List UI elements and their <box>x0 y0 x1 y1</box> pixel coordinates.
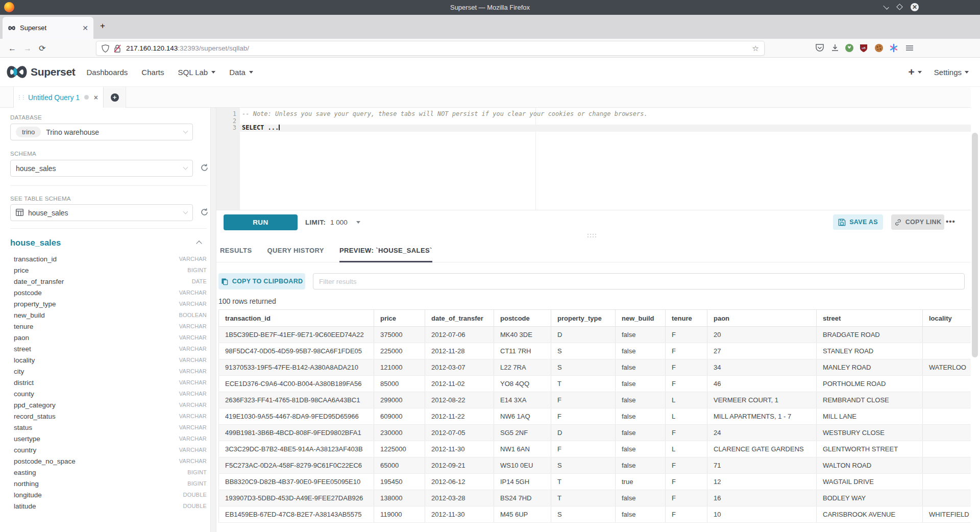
forward-icon[interactable]: → <box>23 39 32 58</box>
column-header[interactable]: paon <box>707 310 817 327</box>
table-row[interactable]: EB1459EB-67ED-47C8-B2E7-A38143AB55751190… <box>219 506 971 523</box>
url-field[interactable]: 217.160.120.143:32393/superset/sqllab/ ☆ <box>96 41 765 56</box>
reload-icon[interactable]: ⟳ <box>39 39 45 58</box>
star-icon[interactable]: ☆ <box>752 44 759 53</box>
superset-logo[interactable]: Superset <box>5 64 75 80</box>
table-column-row[interactable]: easting BIGINT <box>14 467 207 478</box>
sql-editor[interactable]: 1 2 3 -- Note: Unless you save your quer… <box>216 108 971 210</box>
table-row[interactable]: 193907D3-5DBD-453D-A49E-9FEE27DAB9261380… <box>219 490 971 506</box>
nav-item[interactable]: Dashboards <box>86 68 128 77</box>
privacy-badge-icon[interactable] <box>845 43 855 54</box>
back-icon[interactable]: ← <box>8 39 16 58</box>
table-select[interactable]: house_sales <box>10 204 193 221</box>
table-column-row[interactable]: property_type VARCHAR <box>14 298 207 309</box>
maximize-icon[interactable] <box>896 4 903 10</box>
shield-icon[interactable] <box>102 44 110 53</box>
results-tab[interactable]: RESULTS <box>220 247 252 262</box>
table-column-row[interactable]: new_build BOOLEAN <box>14 309 207 321</box>
table-row[interactable]: BB8320C9-D82B-4B37-90E0-9FEE05095E101954… <box>219 474 971 490</box>
page-scrollbar[interactable] <box>972 133 978 357</box>
table-row[interactable]: ECE1D376-C9A6-4C00-B004-A380B189FA568500… <box>219 376 971 392</box>
new-query-tab-button[interactable]: + <box>104 87 126 108</box>
column-header[interactable]: property_type <box>551 310 616 327</box>
column-header[interactable]: transaction_id <box>219 310 374 327</box>
table-row[interactable]: 91370533-19F5-47FE-B142-A380A8ADA2101210… <box>219 359 971 376</box>
download-icon[interactable] <box>830 43 841 54</box>
table-column-row[interactable]: latitude DOUBLE <box>14 500 207 512</box>
browser-tab[interactable]: Superset ✕ <box>3 17 93 39</box>
table-column-row[interactable]: longitude DOUBLE <box>14 489 207 500</box>
drag-handle-icon[interactable]: ⋮⋮ <box>17 94 25 100</box>
table-column-row[interactable]: country VARCHAR <box>14 444 207 455</box>
add-new-button[interactable]: + <box>909 66 922 78</box>
schema-select[interactable]: house_sales <box>10 160 193 177</box>
cookie-icon[interactable] <box>874 43 885 54</box>
table-row[interactable]: F5C273AC-0D2A-458F-8279-9C61F0C22EC66500… <box>219 457 971 474</box>
table-column-row[interactable]: northing BIGINT <box>14 478 207 489</box>
close-icon[interactable]: ✕ <box>911 3 919 11</box>
column-header[interactable]: price <box>374 310 425 327</box>
column-header[interactable]: date_of_transfer <box>425 310 494 327</box>
nav-item[interactable]: SQL Lab <box>178 68 216 77</box>
column-header[interactable]: postcode <box>494 310 551 327</box>
window-titlebar[interactable]: Superset — Mozilla Firefox ✕ <box>0 0 980 15</box>
pocket-icon[interactable] <box>815 43 825 54</box>
table-column-row[interactable]: district VARCHAR <box>14 377 207 388</box>
table-row[interactable]: 499B1981-3B6B-4BCD-808F-9FED9802BFA12300… <box>219 425 971 441</box>
table-column-row[interactable]: locality VARCHAR <box>14 354 207 366</box>
table-column-row[interactable]: price BIGINT <box>14 264 207 276</box>
limit-dropdown[interactable]: LIMIT: 1 000 <box>305 214 360 230</box>
table-column-row[interactable]: county VARCHAR <box>14 388 207 399</box>
settings-menu[interactable]: Settings <box>934 68 969 77</box>
filter-results-input[interactable] <box>313 273 965 289</box>
copy-to-clipboard-button[interactable]: COPY TO CLIPBOARD <box>218 273 305 289</box>
more-dots-icon[interactable]: ••• <box>946 217 955 226</box>
table-column-row[interactable]: transaction_id VARCHAR <box>14 253 207 264</box>
column-header[interactable]: locality <box>923 310 971 327</box>
table-cell: 230000 <box>374 425 425 441</box>
lock-crossed-icon[interactable] <box>114 44 122 53</box>
column-header[interactable]: new_build <box>616 310 666 327</box>
menu-icon[interactable] <box>905 43 915 54</box>
table-cell: MANLEY ROAD <box>817 359 923 376</box>
adblock-shield-icon[interactable]: uB <box>859 43 869 54</box>
save-as-button[interactable]: SAVE AS <box>833 214 883 230</box>
table-column-row[interactable]: postcode_no_space VARCHAR <box>14 455 207 467</box>
results-tab[interactable]: PREVIEW: `HOUSE_SALES` <box>339 247 432 262</box>
table-column-row[interactable]: postcode VARCHAR <box>14 287 207 298</box>
query-tab-close-icon[interactable]: × <box>94 93 98 102</box>
nav-item[interactable]: Data <box>229 68 253 77</box>
run-button[interactable]: RUN <box>224 214 298 230</box>
table-title[interactable]: house_sales <box>10 238 61 248</box>
copy-link-button[interactable]: COPY LINK <box>891 214 944 230</box>
table-column-row[interactable]: ppd_category VARCHAR <box>14 399 207 410</box>
table-row[interactable]: 98F5DC47-0D05-4D59-95B7-98CA6F1FDE052250… <box>219 343 971 359</box>
nav-item[interactable]: Charts <box>141 68 164 77</box>
tab-close-icon[interactable]: ✕ <box>82 24 88 32</box>
column-header[interactable]: street <box>817 310 923 327</box>
table-column-row[interactable]: street VARCHAR <box>14 343 207 354</box>
collapse-chevron-icon[interactable] <box>196 240 202 246</box>
table-column-row[interactable]: tenure VARCHAR <box>14 321 207 332</box>
table-row[interactable]: 1B5C39ED-BE7F-41EF-9E71-9C60EED74A223750… <box>219 327 971 343</box>
query-tab[interactable]: ⋮⋮ Untitled Query 1 × <box>13 87 104 108</box>
table-column-row[interactable]: city VARCHAR <box>14 366 207 377</box>
container-asterisk-icon[interactable] <box>889 43 899 54</box>
minimize-icon[interactable] <box>883 4 889 9</box>
table-row[interactable]: 419E1030-9A55-4467-8DA9-9FED95D659666090… <box>219 408 971 425</box>
table-column-row[interactable]: record_status VARCHAR <box>14 410 207 422</box>
results-tab[interactable]: QUERY HISTORY <box>267 247 324 262</box>
table-row[interactable]: 2636F323-FF41-4765-81DB-98CAA6A43BC12990… <box>219 392 971 408</box>
table-column-row[interactable]: usertype VARCHAR <box>14 433 207 444</box>
refresh-schema-icon[interactable] <box>200 163 209 173</box>
sidebar-scrollbar[interactable] <box>210 108 216 532</box>
database-select[interactable]: trino Trino warehouse <box>10 124 193 140</box>
table-row[interactable]: 3C3C29DC-B7B2-4BE5-914A-A38123AF403B1225… <box>219 441 971 457</box>
refresh-table-icon[interactable] <box>200 208 209 217</box>
pane-resize-handle[interactable] <box>587 234 596 237</box>
table-column-row[interactable]: status VARCHAR <box>14 422 207 433</box>
table-column-row[interactable]: date_of_transfer DATE <box>14 276 207 287</box>
new-tab-button[interactable]: + <box>97 21 108 32</box>
column-header[interactable]: tenure <box>666 310 707 327</box>
table-column-row[interactable]: paon VARCHAR <box>14 332 207 343</box>
